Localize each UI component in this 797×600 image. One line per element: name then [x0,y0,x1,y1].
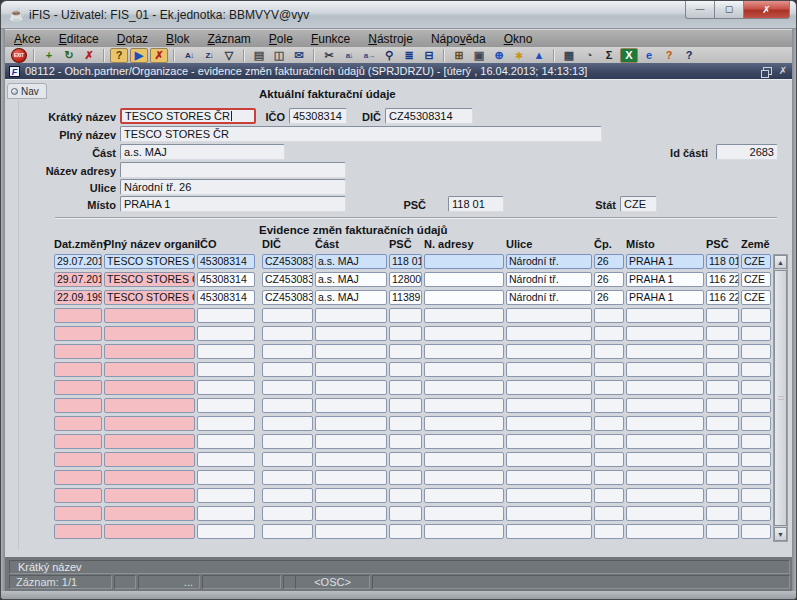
table-cell[interactable] [389,524,422,539]
table-cell[interactable] [104,398,195,413]
table-cell[interactable] [424,488,504,503]
help-icon[interactable]: ? [680,48,698,63]
table-cell[interactable] [424,524,504,539]
table-cell[interactable]: 29.07.2010 [54,254,102,269]
table-cell[interactable] [315,380,387,395]
table-cell[interactable] [626,470,704,485]
cancel-query-icon[interactable]: ✗ [150,48,168,63]
table-cell[interactable] [389,470,422,485]
scroll-down-icon[interactable]: ▼ [774,527,787,541]
table-cell[interactable] [626,416,704,431]
sort-descending-icon[interactable]: Z↓ [200,48,218,63]
table-cell[interactable] [741,308,771,323]
table-cell[interactable] [54,452,102,467]
navigator-list-icon[interactable]: ≣ [400,48,418,63]
table-cell[interactable] [315,308,387,323]
table-cell[interactable] [315,416,387,431]
table-cell[interactable] [54,524,102,539]
delete-record-icon[interactable]: ✗ [80,48,98,63]
table-cell[interactable] [389,488,422,503]
table-cell[interactable] [54,398,102,413]
table-cell[interactable] [706,416,739,431]
table-cell[interactable] [626,362,704,377]
table-cell[interactable] [197,380,255,395]
table-cell[interactable] [741,398,771,413]
table-cell[interactable] [506,488,592,503]
table-cell[interactable] [315,326,387,341]
table-cell[interactable]: 11389 [389,290,422,305]
table-cell[interactable] [197,434,255,449]
table-cell[interactable] [315,506,387,521]
table-cell[interactable]: PRAHA 1 [626,272,704,287]
table-cell[interactable] [706,488,739,503]
table-cell[interactable] [54,488,102,503]
table-cell[interactable] [424,272,504,287]
table-cell[interactable] [262,398,313,413]
table-cell[interactable] [706,524,739,539]
table-cell[interactable] [104,524,195,539]
table-cell[interactable] [594,470,624,485]
table-cell[interactable] [506,416,592,431]
table-cell[interactable]: TESCO STORES ČR [104,272,195,287]
table-cell[interactable] [262,362,313,377]
table-cell[interactable] [506,344,592,359]
table-cell[interactable] [104,416,195,431]
table-cell[interactable] [506,398,592,413]
table-cell[interactable] [594,398,624,413]
scrollbar-thumb[interactable]: ∶∶∶ [774,270,787,526]
table-cell[interactable] [706,470,739,485]
table-cell[interactable] [262,434,313,449]
table-cell[interactable] [706,452,739,467]
window-titlebar[interactable]: ☕ iFIS - Uživatel: FIS_01 - Ek.jednotka:… [1,1,797,29]
table-cell[interactable] [197,362,255,377]
plny-nazev-field[interactable]: TESCO STORES ČR [120,126,602,142]
print-preview-icon[interactable]: ◫ [270,48,288,63]
psc-field[interactable]: 118 01 [448,196,504,212]
table-cell[interactable] [626,380,704,395]
table-cell[interactable] [506,470,592,485]
table-cell[interactable] [315,452,387,467]
table-cell[interactable]: 26 [594,254,624,269]
table-cell[interactable]: 26 [594,272,624,287]
table-cell[interactable] [54,470,102,485]
table-cell[interactable] [626,434,704,449]
table-cell[interactable] [506,452,592,467]
table-cell[interactable]: a.s. MAJ [315,272,387,287]
table-scrollbar[interactable]: ▲ ∶∶∶ ▼ [773,254,788,542]
scroll-up-icon[interactable]: ▲ [774,255,787,269]
table-cell[interactable] [262,380,313,395]
table-cell[interactable] [262,524,313,539]
table-cell[interactable] [506,524,592,539]
filter-icon[interactable]: ▽ [220,48,238,63]
table-cell[interactable]: a.s. MAJ [315,254,387,269]
table-cell[interactable] [741,488,771,503]
table-cell[interactable] [389,452,422,467]
exit-button[interactable]: EXIT [11,48,27,63]
table-cell[interactable] [315,344,387,359]
table-cell[interactable] [741,434,771,449]
table-cell[interactable]: 22.09.1998 [54,290,102,305]
menu-item-funkce[interactable]: Funkce [302,30,359,48]
menu-item-akce[interactable]: Akce [5,30,50,48]
table-cell[interactable] [594,452,624,467]
table-cell[interactable]: TESCO STORES ČR [104,290,195,305]
menu-item-zaznam[interactable]: Záznam [198,30,259,48]
table-cell[interactable] [197,506,255,521]
table-cell[interactable] [594,362,624,377]
cast-field[interactable]: a.s. MAJ [120,144,285,160]
table-cell[interactable] [197,452,255,467]
table-cell[interactable] [626,524,704,539]
table-cell[interactable] [104,506,195,521]
table-cell[interactable]: CZE [741,254,771,269]
table-cell[interactable]: a.s. MAJ [315,290,387,305]
table-cell[interactable]: 45308314 [197,290,255,305]
table-cell[interactable]: 29.07.2010 [54,272,102,287]
table-cell[interactable] [626,488,704,503]
table-cell[interactable] [741,452,771,467]
table-cell[interactable]: CZE [741,290,771,305]
sum-icon[interactable]: Σ [600,48,618,63]
table-cell[interactable] [741,416,771,431]
table-cell[interactable] [741,524,771,539]
table-cell[interactable] [424,434,504,449]
table-cell[interactable] [389,398,422,413]
